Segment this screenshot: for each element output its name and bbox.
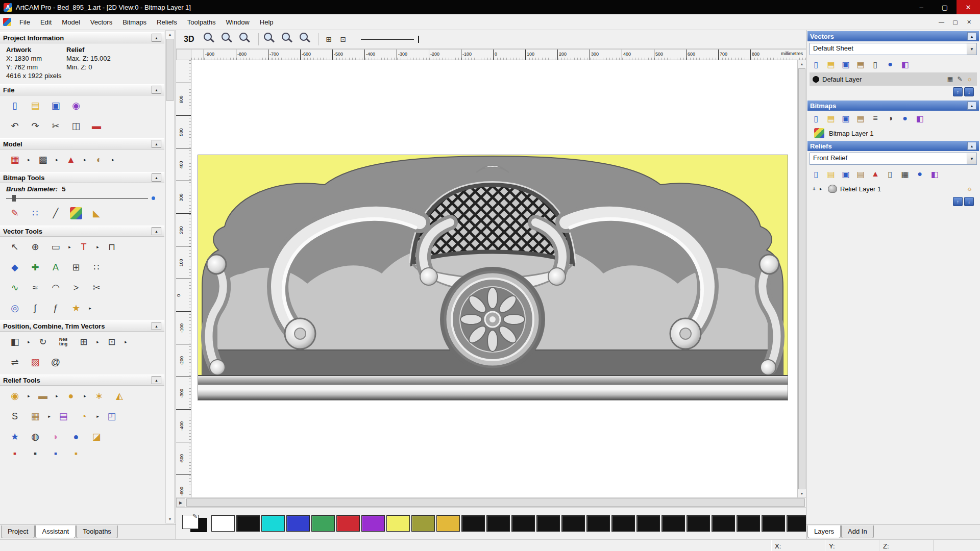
scale-relief-icon[interactable]: ▦ <box>898 167 912 181</box>
swatch-black-9[interactable] <box>636 515 660 532</box>
swatch-black-4[interactable] <box>511 515 535 532</box>
collapse-icon[interactable]: ▲ <box>152 322 161 330</box>
paste-icon[interactable]: ▬ <box>88 117 105 135</box>
nesting-icon[interactable]: Nes ting <box>55 333 72 350</box>
swatch-black[interactable] <box>236 515 260 532</box>
menu-toolpaths[interactable]: Toolpaths <box>182 14 221 30</box>
dome-relief-icon[interactable]: ● <box>67 428 85 445</box>
expand-icon[interactable]: ▸ <box>820 186 825 191</box>
swatch-black-6[interactable] <box>561 515 585 532</box>
menu-vectors[interactable]: Vectors <box>85 14 117 30</box>
text-frame-icon[interactable]: A <box>47 259 64 276</box>
emboss-wizard-icon[interactable]: ◰ <box>103 408 120 425</box>
delete-bitmap-icon[interactable]: ● <box>898 112 912 125</box>
bitmap-options-icon[interactable]: ◧ <box>913 112 926 125</box>
vertical-scrollbar[interactable]: ▲ ▼ <box>797 60 806 497</box>
redo-icon[interactable]: ↷ <box>27 117 44 135</box>
flyout-arrow-icon[interactable]: ▸ <box>95 238 100 256</box>
menu-window[interactable]: Window <box>221 14 255 30</box>
two-rail-sweep-icon[interactable]: ◭ <box>111 387 128 405</box>
menu-help[interactable]: Help <box>255 14 279 30</box>
collapse-icon[interactable]: ▲ <box>152 86 161 94</box>
slider-thumb[interactable] <box>12 195 16 202</box>
new-relief-icon[interactable]: ▯ <box>810 167 823 181</box>
bitmap-layer-row[interactable]: Bitmap Layer 1 <box>810 127 977 140</box>
layer-colour-swatch[interactable] <box>813 76 819 83</box>
new-sheet-icon[interactable]: ▯ <box>810 58 823 71</box>
section-header-vector-tools[interactable]: Vector Tools ▲ <box>0 226 164 237</box>
view-3d-button[interactable]: 3D <box>180 34 198 45</box>
minimize-button[interactable]: – <box>910 0 933 14</box>
relief-select[interactable]: Front Relief ▼ <box>810 153 977 165</box>
tab-layers[interactable]: Layers <box>807 525 841 538</box>
scroll-down-icon[interactable]: ▼ <box>798 490 806 497</box>
swatch-white[interactable] <box>211 515 235 532</box>
export-relief-icon[interactable]: ▯ <box>884 167 897 181</box>
menu-bitmaps[interactable]: Bitmaps <box>117 14 152 30</box>
zoom-previous-icon[interactable]: ◂ <box>237 31 254 48</box>
flyout-arrow-icon[interactable]: ▸ <box>95 333 100 350</box>
section-header-position-combine-trim[interactable]: Position, Combine, Trim Vectors ▲ <box>0 320 164 332</box>
contrast-icon[interactable]: ◑ <box>884 112 897 125</box>
swatch-red[interactable] <box>336 515 360 532</box>
relief-visibility-icon[interactable]: ☼ <box>965 185 974 193</box>
copy-icon[interactable]: ◫ <box>67 117 85 135</box>
flyout-arrow-icon[interactable]: ▸ <box>95 408 100 425</box>
move-layer-up-button[interactable]: ↑ <box>953 197 963 206</box>
new-bitmap-icon[interactable]: ▯ <box>810 112 823 125</box>
transform-vectors-icon[interactable]: ⊕ <box>27 238 44 256</box>
cut-icon[interactable]: ✂ <box>47 117 64 135</box>
maximize-button[interactable]: ▢ <box>933 0 957 14</box>
turn-wizard-icon[interactable]: ◔ <box>75 408 92 425</box>
layer-visibility-icon[interactable]: ☼ <box>965 75 974 84</box>
import-relief-icon[interactable]: ▤ <box>854 167 867 181</box>
set-model-size-icon[interactable]: ▦ <box>6 151 23 168</box>
relief-from-image-icon[interactable]: ◐ <box>90 151 108 168</box>
zoom-window-icon[interactable]: ▭ <box>262 31 279 48</box>
polyline-tool-icon[interactable]: ∿ <box>6 279 23 296</box>
swatch-black-5[interactable] <box>536 515 560 532</box>
swatch-black-13[interactable] <box>737 515 760 532</box>
relief-clipart-icon[interactable]: ▤ <box>55 408 72 425</box>
relief-tool-icon-b[interactable]: ▪ <box>27 447 44 460</box>
mdi-close-button[interactable]: ✕ <box>962 16 976 28</box>
save-relief-icon[interactable]: ▣ <box>839 167 852 181</box>
flyout-arrow-icon[interactable]: ▸ <box>55 387 59 405</box>
fit-arcs-icon[interactable]: ∫ <box>27 299 44 317</box>
flyout-arrow-icon[interactable]: ▸ <box>67 238 72 256</box>
mdi-minimize-button[interactable]: — <box>935 16 948 28</box>
tab-toolpaths[interactable]: Toolpaths <box>76 525 118 538</box>
paint-icon[interactable]: ✎ <box>6 205 23 222</box>
collapse-icon[interactable]: ▲ <box>967 142 976 150</box>
delete-relief-icon[interactable]: ● <box>913 167 926 181</box>
delete-sheet-icon[interactable]: ● <box>884 58 897 71</box>
scroll-up-icon[interactable]: ▲ <box>166 31 174 38</box>
horizontal-scrollbar[interactable]: ▶ <box>176 497 806 507</box>
rectangle-tool-icon[interactable]: ▭ <box>47 238 64 256</box>
flyout-arrow-icon[interactable]: ▸ <box>27 333 31 350</box>
save-model-icon[interactable]: ▣ <box>47 97 64 114</box>
draw-line-icon[interactable]: ╱ <box>47 205 64 222</box>
slider-track[interactable] <box>6 198 148 199</box>
extrude-relief-icon[interactable]: ◪ <box>88 428 105 445</box>
brush-diameter-slider[interactable] <box>6 194 155 202</box>
mdi-restore-button[interactable]: ▢ <box>948 16 962 28</box>
align-vectors-icon[interactable]: ◧ <box>6 333 23 350</box>
flyout-arrow-icon[interactable]: ▸ <box>111 151 115 168</box>
texture-area-icon[interactable]: ◍ <box>27 428 44 445</box>
hatch-vectors-icon[interactable]: ▨ <box>27 354 44 371</box>
swatch-gold[interactable] <box>436 515 460 532</box>
relief-tool-icon-c[interactable]: ▪ <box>47 447 64 460</box>
swatch-magenta[interactable] <box>361 515 385 532</box>
select-vectors-icon[interactable]: ↖ <box>6 238 23 256</box>
zoom-out-icon[interactable]: − <box>219 31 236 48</box>
section-header-model[interactable]: Model ▲ <box>0 138 164 149</box>
section-header-project-information[interactable]: Project Information ▲ <box>0 32 164 43</box>
circle-tool-icon[interactable]: ◎ <box>6 299 23 317</box>
bitmaps-section-header[interactable]: Bitmaps ▲ <box>807 101 979 111</box>
star-relief-icon[interactable]: ★ <box>6 428 23 445</box>
scroll-down-icon[interactable]: ▼ <box>166 515 174 523</box>
panel-expand-icon[interactable]: ▶ <box>176 498 185 507</box>
grid-tool-icon[interactable]: ⊞ <box>67 259 85 276</box>
swatch-green[interactable] <box>311 515 335 532</box>
